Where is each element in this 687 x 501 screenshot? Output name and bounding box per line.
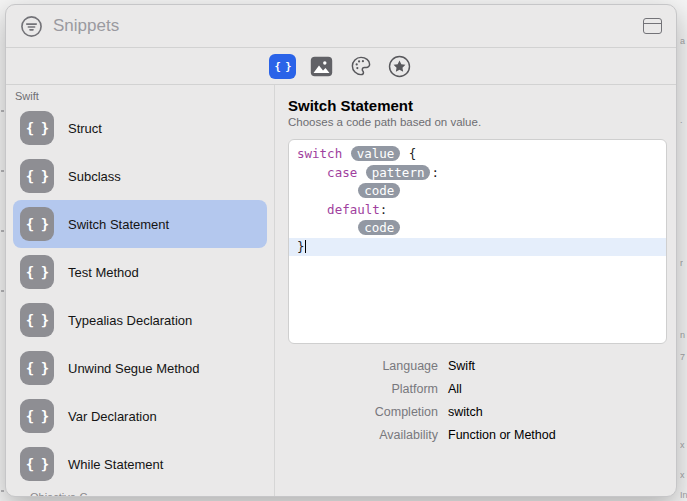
code-editor[interactable]: switch value { case pattern: code defaul… — [288, 139, 667, 344]
metadata-label: Language — [288, 359, 438, 373]
placeholder-token[interactable]: code — [358, 183, 400, 198]
snippet-list-item-label: Typealias Declaration — [68, 313, 192, 328]
snippet-metadata: LanguageSwiftPlatformAllCompletionswitch… — [288, 359, 667, 442]
snippet-braces-icon: { } — [20, 255, 54, 289]
placeholder-token[interactable]: value — [351, 146, 401, 161]
code-line[interactable]: } — [289, 238, 666, 257]
occluded-text-fragment: In — [680, 490, 687, 500]
snippet-list-item[interactable]: { }Struct — [13, 104, 267, 152]
snippet-list-item[interactable]: { }Test Method — [13, 248, 267, 296]
color-palette-icon — [349, 55, 373, 77]
section-header-swift: Swift — [6, 85, 274, 104]
snippet-list-item-label: Switch Statement — [68, 217, 169, 232]
code-line[interactable]: code — [289, 219, 666, 238]
tab-colors[interactable] — [347, 54, 374, 79]
snippet-list-item-label: Subclass — [68, 169, 121, 184]
snippet-list-sidebar: Swift { }Struct{ }Subclass{ }Switch Stat… — [6, 85, 274, 496]
code-text — [297, 220, 357, 235]
tab-media[interactable] — [308, 54, 335, 79]
occluded-text-fragment: . — [680, 115, 683, 125]
placeholder-token[interactable]: pattern — [366, 165, 431, 180]
snippet-braces-icon: { } — [20, 303, 54, 337]
text-cursor — [305, 240, 307, 253]
occluded-text-fragment: x — [680, 470, 685, 480]
code-keyword: switch — [297, 146, 342, 161]
code-line[interactable]: code — [289, 182, 666, 201]
snippet-title: Switch Statement — [288, 97, 667, 114]
snippet-list-item[interactable]: { }Switch Statement — [13, 200, 267, 248]
occluded-mark — [1, 230, 4, 232]
metadata-value: Swift — [448, 359, 667, 373]
occluded-mark — [1, 290, 4, 292]
occluded-text-fragment: a — [680, 36, 685, 46]
snippet-summary: Chooses a code path based on value. — [288, 116, 667, 128]
snippet-list-item-label: Test Method — [68, 265, 139, 280]
titlebar: Snippets — [6, 5, 676, 48]
curly-braces-icon: { } — [275, 60, 291, 72]
metadata-value: Function or Method — [448, 428, 667, 442]
metadata-label: Availability — [288, 428, 438, 442]
filter-icon[interactable] — [20, 15, 43, 38]
snippet-braces-icon: { } — [20, 111, 54, 145]
code-keyword: case — [327, 165, 357, 180]
code-text: : — [380, 202, 388, 217]
metadata-label: Completion — [288, 405, 438, 419]
occluded-text-fragment: n — [680, 330, 685, 340]
metadata-value: All — [448, 382, 667, 396]
snippet-list-item-label: While Statement — [68, 457, 163, 472]
metadata-label: Platform — [288, 382, 438, 396]
metadata-value: switch — [448, 405, 667, 419]
snippet-list-item-label: Var Declaration — [68, 409, 157, 424]
snippet-list-item[interactable]: { }Unwind Segue Method — [13, 344, 267, 392]
window-toggle-button[interactable] — [643, 18, 662, 34]
snippet-braces-icon: { } — [20, 447, 54, 481]
snippets-library-popover: Snippets { } — [5, 4, 677, 497]
section-header-objc-partial: Objective-C — [30, 491, 87, 496]
code-text — [297, 165, 327, 180]
library-title: Snippets — [53, 16, 119, 36]
library-content: Swift { }Struct{ }Subclass{ }Switch Stat… — [6, 85, 676, 496]
screen: { "window": { "title": "Snippets" }, "to… — [0, 0, 687, 501]
code-keyword: default — [327, 202, 380, 217]
snippet-detail-pane: Switch Statement Chooses a code path bas… — [275, 85, 676, 496]
media-library-icon — [310, 56, 333, 77]
occluded-text-fragment: r — [680, 258, 683, 268]
code-line[interactable]: switch value { — [289, 145, 666, 164]
snippet-braces-icon: { } — [20, 399, 54, 433]
code-text — [357, 165, 365, 180]
tab-snippets[interactable]: { } — [269, 54, 296, 79]
snippet-list-item[interactable]: { }Typealias Declaration — [13, 296, 267, 344]
tab-symbols[interactable] — [386, 54, 413, 79]
code-text — [342, 146, 350, 161]
occluded-mark — [1, 110, 4, 112]
library-tab-bar: { } — [6, 48, 676, 85]
snippet-list-item-label: Struct — [68, 121, 102, 136]
placeholder-token[interactable]: code — [358, 220, 400, 235]
snippet-braces-icon: { } — [20, 207, 54, 241]
occluded-mark — [1, 490, 4, 492]
code-line[interactable]: case pattern: — [289, 164, 666, 183]
occluded-text-fragment: x — [680, 440, 685, 450]
snippet-braces-icon: { } — [20, 159, 54, 193]
code-text — [297, 202, 327, 217]
star-circle-icon — [388, 55, 411, 78]
occluded-text-fragment: 7 — [680, 352, 685, 362]
snippet-braces-icon: { } — [20, 351, 54, 385]
snippet-list-item[interactable]: { }Var Declaration — [13, 392, 267, 440]
snippet-list: { }Struct{ }Subclass{ }Switch Statement{… — [6, 104, 274, 488]
code-text: : — [431, 165, 439, 180]
code-text: } — [297, 239, 305, 254]
snippet-list-item-label: Unwind Segue Method — [68, 361, 200, 376]
code-text: { — [401, 146, 416, 161]
occluded-mark — [1, 170, 4, 172]
snippet-list-item[interactable]: { }Subclass — [13, 152, 267, 200]
code-text — [297, 183, 357, 198]
snippet-list-item[interactable]: { }While Statement — [13, 440, 267, 488]
code-line[interactable]: default: — [289, 201, 666, 220]
